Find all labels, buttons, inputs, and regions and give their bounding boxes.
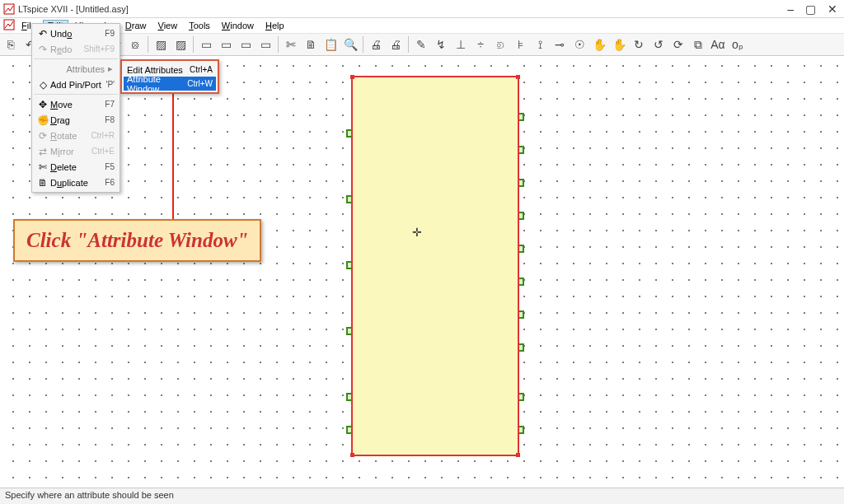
submenu-item-attribute-window[interactable]: Attribute WindowCtrl+W (124, 77, 216, 91)
resize-handle[interactable] (350, 75, 354, 79)
cursor-crosshair: ✛ (412, 226, 422, 239)
menu-item-add-pin-port[interactable]: ◇Add Pin/Port'P' (34, 77, 118, 92)
menu-window[interactable]: Window (217, 20, 259, 31)
toolbar-button[interactable]: ▭ (237, 35, 255, 54)
maximize-button[interactable]: ▢ (805, 2, 816, 16)
toolbar-button[interactable]: ÷ (471, 35, 490, 54)
toolbar-button[interactable]: ⟟ (531, 35, 549, 54)
menu-draw[interactable]: Draw (120, 20, 152, 31)
resize-handle[interactable] (516, 75, 520, 79)
resize-handle[interactable] (516, 453, 520, 457)
toolbar-button[interactable]: 📋 (321, 35, 340, 54)
edit-menu-dropdown: ↶UndoF9↷RedoShift+F9Attributes ▸◇Add Pin… (31, 23, 120, 193)
toolbar-button[interactable]: 🖨 (367, 35, 385, 54)
toolbar-button[interactable]: ⟄ (491, 35, 509, 54)
toolbar-button[interactable]: ▭ (256, 35, 274, 54)
app-icon (3, 3, 15, 15)
toolbar-button[interactable]: 🖨 (387, 35, 405, 54)
menu-bar: File Edit Hierarchy Draw View Tools Wind… (0, 18, 844, 33)
menu-item-undo[interactable]: ↶UndoF9 (34, 26, 118, 41)
toolbar-button[interactable]: Aα (709, 35, 727, 54)
toolbar-button[interactable]: 🔍 (341, 35, 359, 54)
toolbar-button[interactable]: ✎ (412, 35, 430, 54)
toolbar-button[interactable]: ▨ (152, 35, 170, 54)
toolbar-button[interactable]: ⊥ (452, 35, 470, 54)
toolbar-button[interactable]: ↻ (630, 35, 648, 54)
toolbar-button[interactable]: ⦻ (126, 35, 144, 54)
toolbar-button[interactable]: ☉ (570, 35, 588, 54)
toolbar-button[interactable]: 🗎 (302, 35, 320, 54)
status-bar: Specify where an attribute should be see… (0, 488, 844, 504)
toolbar-button[interactable]: ↯ (432, 35, 450, 54)
close-button[interactable]: ✕ (828, 2, 837, 16)
minimize-button[interactable]: – (787, 2, 794, 16)
toolbar-button[interactable]: ▭ (197, 35, 215, 54)
toolbar-button[interactable]: ⟳ (669, 35, 687, 54)
toolbar-button[interactable]: ⧉ (689, 35, 707, 54)
title-bar: LTspice XVII - [Untitled.asy] – ▢ ✕ (0, 0, 844, 18)
toolbar-button[interactable]: ↺ (649, 35, 668, 54)
window-title: LTspice XVII - [Untitled.asy] (18, 4, 787, 14)
menu-item-drag[interactable]: ✊DragF8 (34, 112, 118, 128)
doc-icon (3, 19, 15, 32)
menu-item-duplicate[interactable]: 🗎DuplicateF6 (34, 175, 118, 190)
menu-item-mirror: ⇄MirrorCtrl+E (34, 143, 118, 159)
menu-tools[interactable]: Tools (184, 20, 215, 31)
toolbar: ⎘↶↷🔍+🔍🔍−⦻▨▨▭▭▭▭✄🗎📋🔍🖨🖨✎↯⊥÷⟄⊧⟟⊸☉✋✋↻↺⟳⧉Aαoₚ (0, 33, 844, 56)
resize-handle[interactable] (350, 453, 354, 457)
toolbar-button[interactable]: ▨ (171, 35, 190, 54)
menu-item-redo: ↷RedoShift+F9 (34, 41, 118, 57)
annotation-callout: Click "Attribute Window" (13, 219, 261, 262)
toolbar-button[interactable]: ⎘ (2, 35, 20, 54)
menu-help[interactable]: Help (260, 20, 289, 31)
toolbar-button[interactable]: ▭ (217, 35, 235, 54)
toolbar-button[interactable]: ⊧ (511, 35, 529, 54)
annotation-arrow (172, 86, 174, 220)
menu-item-move[interactable]: ✥MoveF7 (34, 96, 118, 112)
attributes-submenu: Edit AttributesCtrl+AAttribute WindowCtr… (120, 59, 219, 94)
toolbar-button[interactable]: ⊸ (551, 35, 569, 54)
menu-item-rotate: ⟳RotateCtrl+R (34, 128, 118, 143)
toolbar-button[interactable]: ✋ (590, 35, 608, 54)
menu-item-delete[interactable]: ✄DeleteF5 (34, 159, 118, 175)
toolbar-button[interactable]: oₚ (729, 35, 747, 54)
component-symbol[interactable] (351, 76, 519, 456)
toolbar-button[interactable]: ✋ (610, 35, 628, 54)
menu-view[interactable]: View (152, 20, 182, 31)
toolbar-button[interactable]: ✄ (282, 35, 300, 54)
